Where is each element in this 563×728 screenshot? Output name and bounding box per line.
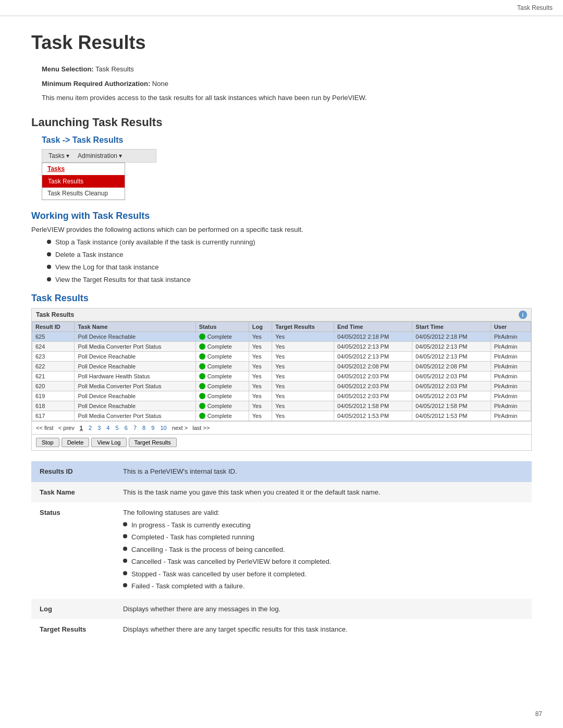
menu-selection-value: Task Results [95, 65, 134, 73]
table-row[interactable]: 621Poll Hardware Health StatusCompleteYe… [32, 372, 531, 381]
bullet-item-3: View the Log for that task instance [47, 263, 532, 272]
status-cell: Complete [199, 413, 246, 419]
bullet-item-1: Stop a Task instance (only available if … [47, 238, 532, 247]
page-6[interactable]: 6 [125, 425, 128, 431]
min-auth-label: Minimum Required Authorization: [42, 80, 150, 88]
nav-tasks-label: Tasks ▾ [48, 152, 69, 159]
min-auth-value: None [152, 80, 168, 88]
status-text: Complete [207, 383, 232, 389]
nav-admin-item[interactable]: Administration ▾ [74, 151, 126, 161]
page-2[interactable]: 2 [89, 425, 92, 431]
page-10[interactable]: 10 [160, 425, 166, 431]
desc-term-status: Status [31, 502, 115, 599]
view-log-button[interactable]: View Log [91, 438, 126, 447]
dropdown-task-results[interactable]: Task Results [42, 175, 125, 188]
page-1[interactable]: 1 [80, 425, 83, 431]
status-cell: Complete [199, 363, 246, 369]
desc-def-target-results: Displays whether there are any target sp… [115, 619, 532, 640]
nav-tasks-item[interactable]: Tasks ▾ [44, 151, 74, 161]
status-bullet-3: Cancelling - Task is the process of bein… [123, 545, 523, 555]
pagination-prefix: << first < prev [36, 425, 78, 431]
status-cell: Complete [199, 393, 246, 399]
page-number: 87 [535, 710, 542, 718]
page-3[interactable]: 3 [97, 425, 101, 431]
desc-term-results-id: Results ID [31, 461, 115, 482]
page-8[interactable]: 8 [142, 425, 145, 431]
delete-button[interactable]: Delete [62, 438, 90, 447]
working-description: PerleVIEW provides the following actions… [31, 226, 532, 233]
target-results-button[interactable]: Target Results [129, 438, 177, 447]
info-section: Menu Selection: Task Results Minimum Req… [42, 64, 532, 103]
col-user: User [491, 322, 531, 332]
table-row[interactable]: 617Poll Media Converter Port StatusCompl… [32, 411, 531, 421]
bullet-text-3: View the Log for that task instance [55, 263, 159, 272]
page-4[interactable]: 4 [106, 425, 109, 431]
table-row[interactable]: 625Poll Device ReachableCompleteYesYes04… [32, 332, 531, 342]
nav-admin-label: Administration ▾ [78, 152, 122, 159]
table-row[interactable]: 622Poll Device ReachableCompleteYesYes04… [32, 362, 531, 372]
task-results-title: Task Results [31, 293, 532, 304]
min-auth: Minimum Required Authorization: None [42, 79, 532, 89]
bullet-dot-3 [47, 265, 51, 269]
table-row[interactable]: 618Poll Device ReachableCompleteYesYes04… [32, 401, 531, 411]
col-log: Log [249, 322, 272, 332]
col-target-results: Target Results [272, 322, 334, 332]
bullet-item-2: Delete a Task instance [47, 250, 532, 260]
status-text: Complete [207, 334, 232, 340]
status-dot-5 [123, 571, 127, 575]
table-row[interactable]: 624Poll Media Converter Port StatusCompl… [32, 342, 531, 352]
description-table: Results ID This is a PerleVIEW's interna… [31, 461, 532, 640]
desc-term-task-name: Task Name [31, 482, 115, 503]
task-results-table-wrapper: Task Results i Result ID Task Name Statu… [31, 308, 532, 451]
col-end-time: End Time [334, 322, 412, 332]
page-9[interactable]: 9 [151, 425, 154, 431]
status-dot-6 [123, 583, 127, 587]
status-text: Complete [207, 343, 232, 350]
action-buttons: Stop Delete View Log Target Results [32, 434, 531, 450]
table-header-bar: Task Results i [32, 309, 531, 322]
status-bullet-5: Stopped - Task was cancelled by user bef… [123, 569, 523, 579]
dropdown-tasks[interactable]: Tasks [42, 163, 125, 175]
complete-icon [199, 334, 205, 340]
table-row[interactable]: 623Poll Device ReachableCompleteYesYes04… [32, 352, 531, 362]
bullet-dot-1 [47, 240, 51, 244]
info-icon[interactable]: i [519, 311, 527, 319]
complete-icon [199, 413, 205, 419]
desc-def-task-name: This is the task name you gave this task… [115, 482, 532, 503]
status-dot-4 [123, 559, 127, 563]
status-text: Complete [207, 393, 232, 399]
status-bullet-2: Completed - Task has completed running [123, 532, 523, 542]
nav-dropdown: Tasks Task Results Task Results Cleanup [42, 163, 125, 200]
stop-button[interactable]: Stop [36, 438, 59, 447]
table-row[interactable]: 620Poll Media Converter Port StatusCompl… [32, 381, 531, 391]
page-7[interactable]: 7 [133, 425, 137, 431]
status-bullet-1: In progress - Task is currently executin… [123, 520, 523, 530]
top-bar-label: Task Results [517, 4, 553, 11]
status-dot-1 [123, 522, 127, 526]
dropdown-task-results-cleanup[interactable]: Task Results Cleanup [42, 188, 125, 200]
status-bullet-list: In progress - Task is currently executin… [123, 520, 523, 591]
working-bullet-list: Stop a Task instance (only available if … [47, 238, 532, 285]
complete-icon [199, 343, 205, 350]
complete-icon [199, 403, 205, 409]
table-row[interactable]: 619Poll Device ReachableCompleteYesYes04… [32, 391, 531, 401]
status-dot-3 [123, 547, 127, 551]
launching-section-title: Launching Task Results [31, 116, 532, 129]
desc-row-target-results: Target Results Displays whether there ar… [31, 619, 532, 640]
table-header-row: Result ID Task Name Status Log Target Re… [32, 322, 531, 332]
status-bullet-6: Failed - Task completed with a failure. [123, 581, 523, 591]
working-section-title: Working with Task Results [31, 211, 532, 221]
status-cell: Complete [199, 334, 246, 340]
page-5[interactable]: 5 [116, 425, 119, 431]
status-cell: Complete [199, 383, 246, 389]
menu-selection-label: Menu Selection: [42, 65, 94, 73]
menu-selection: Menu Selection: Task Results [42, 64, 532, 75]
status-text: Complete [207, 363, 232, 369]
bullet-text-1: Stop a Task instance (only available if … [55, 238, 255, 247]
desc-def-log: Displays whether there are any messages … [115, 599, 532, 620]
status-dot-2 [123, 534, 127, 538]
bullet-text-4: View the Target Results for that task in… [55, 275, 191, 285]
task-results-section: Task Results Task Results i Result ID Ta… [31, 293, 532, 451]
status-text: Complete [207, 353, 232, 360]
status-text: Complete [207, 413, 232, 419]
